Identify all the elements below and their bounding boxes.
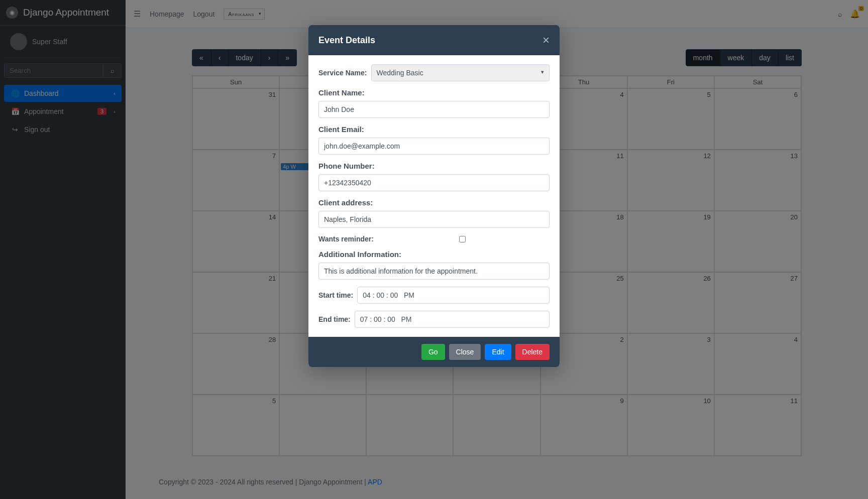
start-time-label: Start time: <box>318 291 353 299</box>
service-name-label: Service Name: <box>318 69 367 77</box>
modal-header: Event Details × <box>308 25 560 55</box>
modal-title: Event Details <box>318 35 375 46</box>
service-name-select[interactable]: Wedding Basic <box>371 64 550 81</box>
address-input[interactable] <box>318 211 550 228</box>
reminder-label: Wants reminder: <box>318 235 374 243</box>
delete-button[interactable]: Delete <box>515 344 550 360</box>
additional-input[interactable] <box>318 263 550 280</box>
client-email-input[interactable] <box>318 138 550 155</box>
phone-input[interactable] <box>318 174 550 191</box>
edit-button[interactable]: Edit <box>485 344 511 360</box>
modal-footer: Go Close Edit Delete <box>308 337 560 367</box>
client-name-label: Client Name: <box>318 88 547 97</box>
end-time-label: End time: <box>318 315 351 323</box>
close-icon[interactable]: × <box>542 34 550 46</box>
phone-label: Phone Number: <box>318 162 547 170</box>
additional-label: Additional Information: <box>318 250 547 259</box>
client-name-input[interactable] <box>318 101 550 118</box>
reminder-checkbox[interactable] <box>459 236 466 242</box>
event-details-modal: Event Details × Service Name: Wedding Ba… <box>308 25 560 367</box>
client-email-label: Client Email: <box>318 125 547 134</box>
start-time-input[interactable] <box>357 287 550 304</box>
modal-body: Service Name: Wedding Basic Client Name:… <box>308 55 560 337</box>
close-button[interactable]: Close <box>449 344 481 360</box>
end-time-input[interactable] <box>355 311 550 328</box>
service-name-value: Wedding Basic <box>377 69 423 77</box>
address-label: Client address: <box>318 198 547 207</box>
go-button[interactable]: Go <box>421 344 445 360</box>
